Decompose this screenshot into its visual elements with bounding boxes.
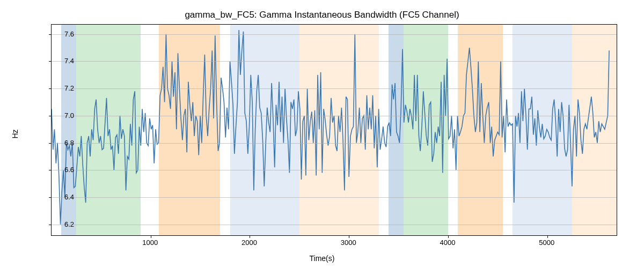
ytick-mark [49, 61, 52, 62]
xtick-label: 5000 [539, 239, 554, 247]
ytick-mark [49, 197, 52, 198]
grid-line [52, 225, 617, 225]
y-axis-label: Hz [11, 129, 19, 138]
grid-line [52, 143, 617, 144]
xtick-label: 4000 [440, 239, 455, 247]
plot-area [51, 24, 617, 236]
ytick-label: 6.2 [53, 220, 74, 228]
chart-title: gamma_bw_FC5: Gamma Instantaneous Bandwi… [0, 10, 644, 20]
grid-line [52, 170, 617, 170]
xtick-mark [250, 235, 250, 238]
xtick-label: 2000 [241, 239, 257, 247]
x-axis-label: Time(s) [0, 254, 644, 263]
grid-line [52, 61, 617, 62]
ytick-label: 7.0 [53, 111, 74, 119]
grid-line [52, 88, 617, 89]
chart-container: gamma_bw_FC5: Gamma Instantaneous Bandwi… [0, 0, 644, 268]
ytick-label: 6.4 [53, 193, 74, 201]
grid-line [52, 34, 617, 35]
grid-line [52, 197, 617, 198]
xtick-label: 1000 [142, 239, 158, 247]
ytick-label: 6.6 [53, 166, 74, 174]
series-line [52, 30, 609, 225]
xtick-label: 3000 [341, 239, 356, 247]
line-series [52, 25, 617, 235]
ytick-mark [49, 34, 52, 35]
xtick-mark [349, 235, 349, 238]
xtick-mark [547, 235, 548, 238]
ytick-mark [49, 143, 52, 144]
ytick-mark [49, 88, 52, 89]
ytick-label: 7.2 [53, 84, 74, 92]
ytick-mark [49, 116, 52, 116]
xtick-mark [151, 235, 151, 238]
grid-line [52, 116, 617, 116]
ytick-mark [49, 225, 52, 225]
ytick-label: 7.6 [53, 29, 74, 38]
ytick-label: 7.4 [53, 57, 74, 65]
xtick-mark [448, 235, 449, 238]
ytick-mark [49, 170, 52, 170]
ytick-label: 6.8 [53, 138, 74, 146]
